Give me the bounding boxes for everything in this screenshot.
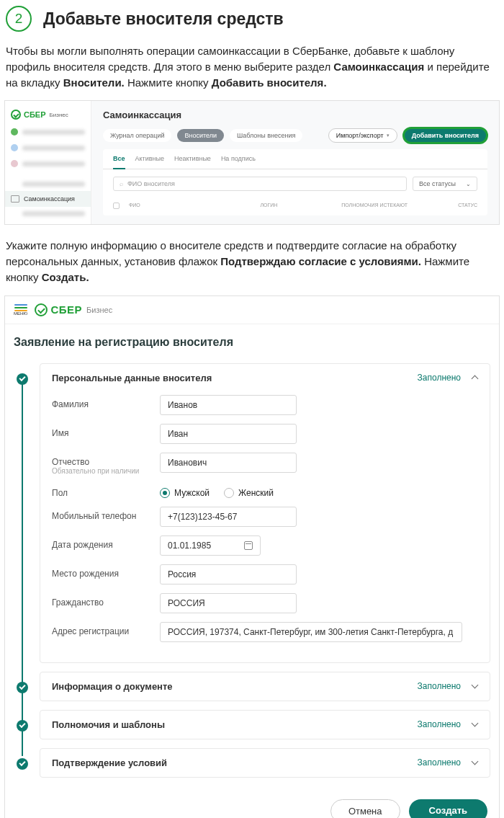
checkbox-all[interactable] <box>113 203 123 210</box>
search-input[interactable]: ⌕ ФИО вносителя <box>113 177 407 191</box>
input-dob[interactable]: 01.01.1985 <box>160 535 261 556</box>
logo-text: СБЕР <box>50 303 82 316</box>
logo-subtext: Бизнес <box>50 112 68 118</box>
wallet-icon <box>11 195 19 203</box>
app-header: МЕНЮ СБЕР Бизнес <box>5 296 499 324</box>
import-export-dropdown[interactable]: Импорт/экспорт ▾ <box>328 128 397 143</box>
input-lastname[interactable]: Иванов <box>160 395 297 415</box>
tab-templates[interactable]: Шаблоны внесения <box>230 129 302 142</box>
section-title: Информация о документе <box>52 681 418 692</box>
main-panel: Самоинкассация Журнал операций Вносители… <box>91 101 499 224</box>
subtab-all[interactable]: Все <box>113 149 125 169</box>
section-header[interactable]: Информация о документе Заполнено <box>40 672 490 701</box>
chevron-down-icon <box>471 683 478 690</box>
check-icon <box>17 682 28 693</box>
subtabs: Все Активные Неактивные На подпись <box>103 149 487 169</box>
section-header[interactable]: Персональные данные вносителя Заполнено <box>40 364 490 392</box>
status-select[interactable]: Все статусы ⌄ <box>413 177 477 191</box>
section-status: Заполнено <box>418 757 461 768</box>
input-phone[interactable]: +7(123)123-45-67 <box>160 507 297 527</box>
label-firstname: Имя <box>52 424 160 438</box>
instruction-2: Укажите полную информацию о вносителе ср… <box>0 238 504 295</box>
tab-row: Журнал операций Вносители Шаблоны внесен… <box>103 128 487 143</box>
label-lastname: Фамилия <box>52 395 160 409</box>
section-status: Заполнено <box>418 681 461 691</box>
cancel-button[interactable]: Отмена <box>330 799 400 819</box>
label-phone: Мобильный телефон <box>52 507 160 521</box>
logo-text: СБЕР <box>24 110 46 119</box>
logo: СБЕР Бизнес <box>5 105 91 124</box>
sidebar-item-self-collection[interactable]: Самоинкассация <box>5 191 91 207</box>
screenshot-self-collection-list: СБЕР Бизнес Самоинкассация Самоинкассаци… <box>4 100 500 225</box>
bold: Добавить вносителя. <box>212 76 327 89</box>
chevron-down-icon: ⌄ <box>466 181 471 187</box>
table-header: ФИО ЛОГИН ПОЛНОМОЧИЯ ИСТЕКАЮТ СТАТУС <box>103 198 487 215</box>
section-personal-data: Персональные данные вносителя Заполнено … <box>14 363 490 663</box>
section-title: Персональные данные вносителя <box>52 373 418 383</box>
radio-male[interactable]: Мужской <box>160 488 210 498</box>
add-contributor-button[interactable]: Добавить вносителя <box>403 128 487 143</box>
filter-row: ⌕ ФИО вносителя Все статусы ⌄ <box>103 169 487 198</box>
th-fio: ФИО <box>129 203 254 210</box>
label-dob: Дата рождения <box>52 535 160 550</box>
tab-contributors[interactable]: Вносители <box>177 129 224 142</box>
sidebar-item-blurred[interactable] <box>5 207 91 221</box>
gender-radios: Мужской Женский <box>160 484 274 498</box>
th-status: СТАТУС <box>441 203 477 210</box>
input-middlename[interactable]: Иванович <box>160 453 297 473</box>
create-button[interactable]: Создать <box>409 799 487 819</box>
th-expire: ПОЛНОМОЧИЯ ИСТЕКАЮТ <box>341 203 436 210</box>
section-title: Полномочия и шаблоны <box>52 719 418 730</box>
input-citizenship[interactable]: РОССИЯ <box>160 593 297 613</box>
sidebar-item-blurred[interactable] <box>5 156 91 172</box>
label-text: Отчество <box>52 457 160 467</box>
label-gender: Пол <box>52 484 160 498</box>
input-address[interactable]: РОССИЯ, 197374, Санкт-Петербург, им 300-… <box>160 622 462 642</box>
calendar-icon <box>244 541 253 550</box>
check-icon <box>17 720 28 732</box>
subtab-to-sign[interactable]: На подпись <box>221 149 256 169</box>
menu-button[interactable]: МЕНЮ <box>14 304 27 316</box>
bold: Вносители. <box>63 76 125 89</box>
section-header[interactable]: Полномочия и шаблоны Заполнено <box>40 711 490 739</box>
section-status: Заполнено <box>418 373 461 383</box>
subtab-inactive[interactable]: Неактивные <box>174 149 211 169</box>
search-placeholder: ФИО вносителя <box>127 180 175 187</box>
label-hint: Обязательно при наличии <box>52 467 160 475</box>
sidebar-item-blurred[interactable] <box>5 177 91 191</box>
sidebar-item-blurred[interactable] <box>5 124 91 140</box>
form-steps: Персональные данные вносителя Заполнено … <box>5 363 499 778</box>
section-status: Заполнено <box>418 719 461 729</box>
check-icon <box>17 758 28 770</box>
section-terms-confirmation: Подтверждение условий Заполнено <box>14 748 490 778</box>
label-pob: Место рождения <box>52 564 160 579</box>
input-firstname[interactable]: Иван <box>160 424 297 444</box>
chevron-up-icon <box>471 374 478 381</box>
sidebar-item-blurred[interactable] <box>5 140 91 156</box>
th-login: ЛОГИН <box>260 203 336 210</box>
search-icon: ⌕ <box>120 180 123 187</box>
text: Нажмите кнопку <box>125 76 212 89</box>
check-icon <box>17 373 28 385</box>
step-title: Добавьте вносителя средств <box>43 9 284 29</box>
sber-icon <box>35 303 48 316</box>
tab-journal[interactable]: Журнал операций <box>103 129 171 142</box>
date-value: 01.01.1985 <box>168 541 211 551</box>
section-header[interactable]: Подтверждение условий Заполнено <box>40 749 490 777</box>
label-middlename: Отчество Обязательно при наличии <box>52 453 160 475</box>
status-select-value: Все статусы <box>419 180 456 187</box>
bold: Подтверждаю согласие с условиями. <box>220 255 421 267</box>
chevron-down-icon: ▾ <box>387 133 390 138</box>
button-row: Отмена Создать <box>5 786 499 819</box>
bold: Создать. <box>42 271 89 283</box>
section-title: Подтверждение условий <box>52 757 418 768</box>
menu-label: МЕНЮ <box>14 311 27 316</box>
radio-female[interactable]: Женский <box>224 488 274 498</box>
input-pob[interactable]: Россия <box>160 564 297 584</box>
chevron-down-icon <box>471 759 478 766</box>
panel-title: Самоинкассация <box>103 110 487 120</box>
subtab-active[interactable]: Активные <box>135 149 164 169</box>
chevron-down-icon <box>471 721 478 728</box>
step-header: 2 Добавьте вносителя средств <box>0 0 504 43</box>
radio-label: Женский <box>238 488 274 498</box>
